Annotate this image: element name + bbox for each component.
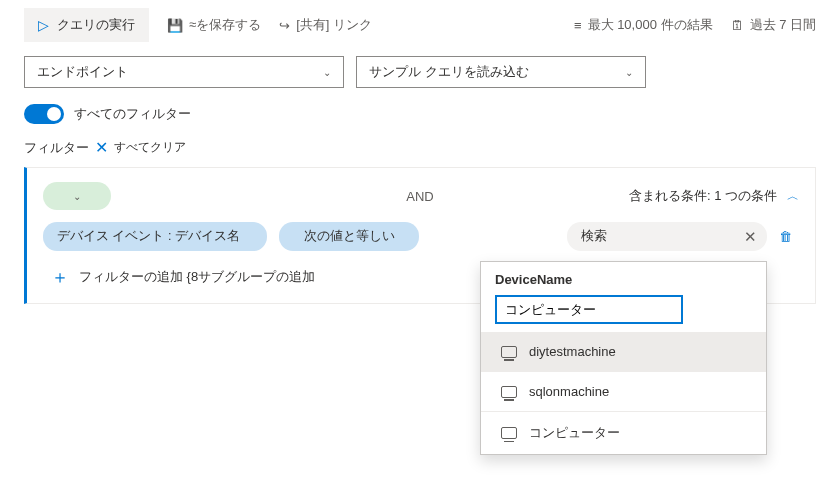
dropdown-item[interactable]: diytestmachine <box>481 332 766 371</box>
list-icon: ≡ <box>574 18 582 33</box>
dropdown-header: DeviceName <box>481 262 766 295</box>
condition-summary: 含まれる条件: 1 つの条件 <box>629 187 777 205</box>
value-label: 検索 <box>581 229 607 243</box>
run-label: クエリの実行 <box>57 16 135 34</box>
chevron-down-icon: ⌄ <box>323 67 331 78</box>
add-filter-label: フィルターの追加 {8サブグループの追加 <box>79 268 315 286</box>
chevron-down-icon: ⌄ <box>625 67 633 78</box>
field-label: デバイス イベント : デバイス名 <box>57 229 240 243</box>
toggle-label: すべてのフィルター <box>74 105 191 123</box>
dropdown-item-label: コンピューター <box>529 424 620 442</box>
time-range[interactable]: 🗓 過去 7 日間 <box>731 16 816 34</box>
clear-icon[interactable]: ✕ <box>95 138 108 157</box>
clear-all[interactable]: すべてクリア <box>114 139 186 156</box>
save-button[interactable]: 💾 ≈を保存する <box>167 16 261 34</box>
group-operator-pill[interactable]: ⌄ <box>43 182 111 210</box>
device-icon <box>501 386 517 398</box>
and-label: AND <box>111 189 629 204</box>
share-button[interactable]: ↪ [共有] リンク <box>279 16 372 34</box>
filters-title: フィルター <box>24 139 89 157</box>
endpoint-label: エンドポイント <box>37 63 128 81</box>
device-icon <box>501 346 517 358</box>
results-limit[interactable]: ≡ 最大 10,000 件の結果 <box>574 16 713 34</box>
delete-condition-icon[interactable]: 🗑 <box>779 229 792 244</box>
endpoint-select[interactable]: エンドポイント ⌄ <box>24 56 344 88</box>
share-icon: ↪ <box>279 18 290 33</box>
time-label: 過去 7 日間 <box>750 16 816 34</box>
chevron-down-icon: ⌄ <box>73 191 81 202</box>
results-label: 最大 10,000 件の結果 <box>588 16 713 34</box>
plus-icon: ＋ <box>51 265 69 289</box>
dropdown-item-label: sqlonmachine <box>529 384 609 399</box>
device-icon <box>501 427 517 439</box>
operator-pill[interactable]: 次の値と等しい <box>279 222 419 251</box>
calendar-icon: 🗓 <box>731 18 744 33</box>
run-query-button[interactable]: ▷ クエリの実行 <box>24 8 149 42</box>
sample-label: サンプル クエリを読み込む <box>369 63 529 81</box>
dropdown-item[interactable]: sqlonmachine <box>481 372 766 411</box>
share-label: [共有] リンク <box>296 16 372 34</box>
all-filters-toggle[interactable] <box>24 104 64 124</box>
operator-label: 次の値と等しい <box>304 229 395 243</box>
save-icon: 💾 <box>167 18 183 33</box>
chevron-up-icon[interactable]: ︿ <box>787 188 799 205</box>
save-label: ≈を保存する <box>189 16 261 34</box>
devicename-dropdown: DeviceName diytestmachine sqlonmachine コ… <box>480 261 767 455</box>
dropdown-item[interactable]: コンピューター <box>481 412 766 454</box>
dropdown-item-label: diytestmachine <box>529 344 616 359</box>
play-icon: ▷ <box>38 17 49 33</box>
sample-query-select[interactable]: サンプル クエリを読み込む ⌄ <box>356 56 646 88</box>
clear-value-icon[interactable]: ✕ <box>744 228 757 246</box>
dropdown-search-input[interactable] <box>495 295 683 324</box>
field-pill[interactable]: デバイス イベント : デバイス名 <box>43 222 267 251</box>
value-pill[interactable]: 検索 ✕ <box>567 222 767 251</box>
